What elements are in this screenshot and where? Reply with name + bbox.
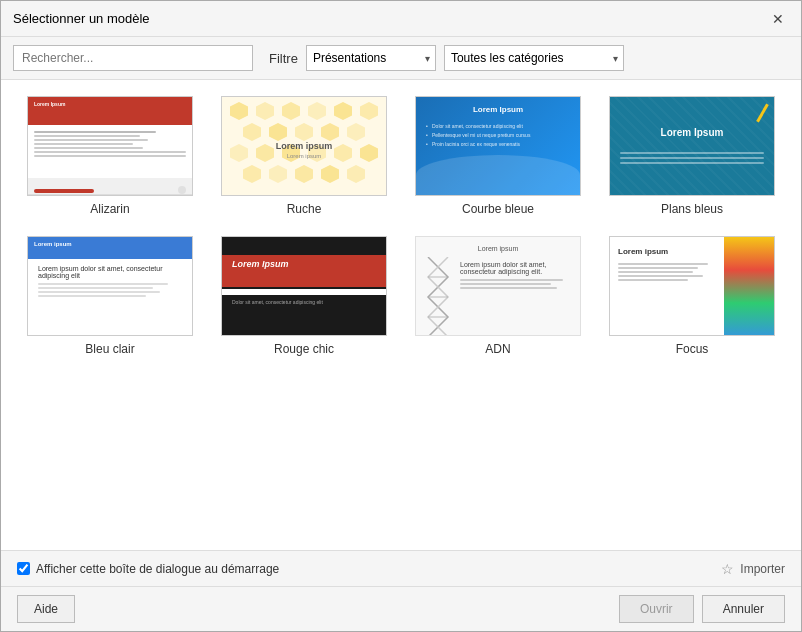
template-name-ruche: Ruche [287,202,322,216]
template-item-plans-bleus[interactable]: Lorem Ipsum Plans bleus [603,96,781,216]
search-input[interactable] [13,45,253,71]
filter-select-wrapper: Présentations [306,45,436,71]
template-thumb-focus: Lorem ipsum [609,236,775,336]
startup-checkbox[interactable] [17,562,30,575]
template-thumb-rouge: Lorem Ipsum Dolor sit amet, consectetur … [221,236,387,336]
template-item-adn[interactable]: Lorem ipsum Lorem ipsum dolor sit amet, … [409,236,587,356]
startup-checkbox-text: Afficher cette boîte de dialogue au déma… [36,562,279,576]
template-thumb-courbe: Lorem Ipsum Dolor sit amet, consectetur … [415,96,581,196]
action-bar: Aide Ouvrir Annuler [1,587,801,631]
template-thumb-ruche: Lorem ipsum Lorem ipsum [221,96,387,196]
template-item-rouge-chic[interactable]: Lorem Ipsum Dolor sit amet, consectetur … [215,236,393,356]
template-thumb-alizarin: Lorem Ipsum [27,96,193,196]
template-name-focus: Focus [676,342,709,356]
title-bar: Sélectionner un modèle ✕ [1,1,801,37]
template-item-ruche[interactable]: Lorem ipsum Lorem ipsum Ruche [215,96,393,216]
toolbar: Filtre Présentations Toutes les catégori… [1,37,801,80]
template-thumb-bleu-clair: Lorem ipsum Lorem ipsum dolor sit amet, … [27,236,193,336]
cancel-button[interactable]: Annuler [702,595,785,623]
template-item-courbe-bleue[interactable]: Lorem Ipsum Dolor sit amet, consectetur … [409,96,587,216]
select-template-dialog: Sélectionner un modèle ✕ Filtre Présenta… [0,0,802,632]
template-thumb-plans: Lorem Ipsum [609,96,775,196]
filter-label: Filtre [269,51,298,66]
template-item-focus[interactable]: Lorem ipsum Focus [603,236,781,356]
template-item-alizarin[interactable]: Lorem Ipsum Alizarin [21,96,199,216]
category-select-wrapper: Toutes les catégories [444,45,624,71]
template-name-plans-bleus: Plans bleus [661,202,723,216]
importer-button[interactable]: ☆ Importer [721,561,785,577]
bottom-options-bar: Afficher cette boîte de dialogue au déma… [1,551,801,587]
category-select[interactable]: Toutes les catégories [444,45,624,71]
help-button[interactable]: Aide [17,595,75,623]
importer-label: Importer [740,562,785,576]
close-button[interactable]: ✕ [767,8,789,30]
template-grid: Lorem Ipsum Alizarin [21,96,781,356]
template-name-courbe-bleue: Courbe bleue [462,202,534,216]
template-item-bleu-clair[interactable]: Lorem ipsum Lorem ipsum dolor sit amet, … [21,236,199,356]
template-name-bleu-clair: Bleu clair [85,342,134,356]
template-name-alizarin: Alizarin [90,202,129,216]
star-icon: ☆ [721,561,734,577]
dialog-title: Sélectionner un modèle [13,11,150,26]
template-grid-area: Lorem Ipsum Alizarin [1,80,801,551]
template-name-adn: ADN [485,342,510,356]
filter-select[interactable]: Présentations [306,45,436,71]
template-thumb-adn: Lorem ipsum Lorem ipsum dolor sit amet, … [415,236,581,336]
startup-checkbox-label[interactable]: Afficher cette boîte de dialogue au déma… [17,562,279,576]
template-name-rouge-chic: Rouge chic [274,342,334,356]
open-button[interactable]: Ouvrir [619,595,694,623]
